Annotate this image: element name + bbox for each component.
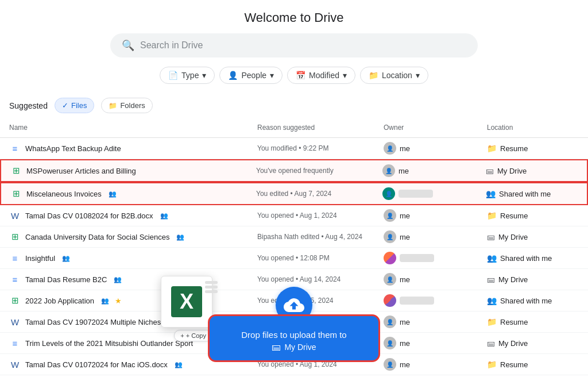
doc-icon: ≡ [9, 143, 21, 154]
file-name-cell: ⊞ Miscelaneous Invoices 👥 [10, 188, 256, 199]
owner-name: me [400, 275, 410, 284]
owner-name-blurred [400, 254, 434, 262]
file-name: Tamal Das Resume B2C [25, 275, 107, 284]
table-row[interactable]: ≡ Insightful 👥 You opened • 12:08 PM 👥 S… [0, 248, 588, 269]
owner-cell: 👤 me [384, 337, 487, 349]
location-name: Resume [500, 211, 528, 220]
table-row[interactable]: ⊞ Canada University Data for Social Scie… [0, 226, 588, 248]
drive-icon: 🖴 [486, 166, 494, 175]
drop-text: Drop files to upload them to [230, 330, 358, 340]
reason-cell: You modified • 9:22 PM [257, 144, 384, 152]
avatar: 👤 [382, 164, 395, 177]
avatar: 👤 [384, 337, 396, 349]
filter-row: 📄 Type ▾ 👤 People ▾ 📅 Modified ▾ 📁 Locat… [0, 67, 588, 84]
location-cell: 📁 Resume [487, 360, 579, 369]
tab-folders-label: Folders [120, 101, 145, 110]
file-name-cell: ⊞ MSPoweruser Articles and Billing [10, 165, 256, 176]
files-check-icon: ✓ [62, 101, 68, 110]
shared-icon: 👥 [175, 361, 183, 368]
owner-name-blurred [399, 190, 433, 198]
shared-icon: 👥 [109, 190, 117, 198]
owner-cell: 👤 me [384, 142, 487, 155]
file-name: Tamal Das CV 01072024 for Mac iOS.docx [25, 360, 168, 369]
file-name-cell: ⊞ Canada University Data for Social Scie… [9, 231, 257, 243]
owner-name: me [400, 339, 410, 348]
filter-type-label: Type [181, 71, 199, 80]
search-bar-container: 🔍 Search in Drive [0, 33, 588, 57]
file-name-cell: ≡ Tamal Das Resume B2C 👥 [9, 274, 257, 285]
location-name: Resume [500, 360, 528, 369]
doc-icon: ≡ [9, 337, 21, 349]
filter-location-btn[interactable]: 📁 Location ▾ [360, 67, 428, 84]
owner-name: me [399, 167, 409, 175]
drive-icon: 🖴 [487, 232, 495, 241]
owner-name: me [400, 318, 410, 326]
table-row[interactable]: ⊞ MSPoweruser Articles and Billing You'v… [0, 159, 588, 182]
search-bar[interactable]: 🔍 Search in Drive [110, 33, 478, 57]
page-title: Welcome to Drive [0, 0, 588, 33]
excel-drag-overlay: X + + Copy [161, 276, 212, 341]
file-name-cell: W Tamal Das CV 01082024 for B2B.docx 👥 [9, 210, 257, 221]
location-cell: 👥 Shared with me [487, 296, 579, 305]
owner-name: me [400, 211, 410, 220]
copy-plus-icon: + [180, 332, 184, 339]
tab-files[interactable]: ✓ Files [55, 98, 94, 113]
owner-name: me [400, 233, 410, 241]
location-name: Resume [500, 318, 528, 326]
tab-files-label: Files [71, 101, 87, 110]
filter-modified-label: Modified [309, 71, 339, 80]
cloud-upload-svg [284, 295, 304, 316]
col-location: Location [487, 121, 579, 134]
filter-type-btn[interactable]: 📄 Type ▾ [160, 67, 215, 84]
reason-cell: You've opened frequently [256, 167, 382, 175]
drive-label: My Drive [284, 343, 316, 352]
avatar [384, 252, 396, 264]
tab-folders[interactable]: 📁 Folders [101, 98, 152, 113]
location-name: My Drive [498, 233, 528, 241]
people-chevron-icon: ▾ [270, 71, 274, 80]
location-cell: 👥 Shared with me [487, 253, 579, 263]
folder-icon: 📁 [109, 102, 117, 110]
shared-loc-icon: 👥 [486, 189, 496, 198]
folder-icon: 📁 [487, 144, 497, 153]
table-row[interactable]: ⊞ Miscelaneous Invoices 👥 You edited • A… [0, 182, 588, 205]
file-name-cell: ≡ Insightful 👥 [9, 252, 257, 264]
owner-cell [384, 294, 487, 307]
owner-name: me [400, 144, 410, 153]
reason-cell: You opened • Aug 1, 2024 [257, 211, 384, 220]
people-icon: 👤 [228, 71, 238, 80]
sheets-icon: ⊞ [10, 165, 22, 176]
avatar: 👤 [384, 209, 396, 222]
table-row[interactable]: ≡ WhatsApp Text Backup Adite You modifie… [0, 138, 588, 159]
location-name: Shared with me [500, 297, 552, 305]
owner-cell: 👤 me [382, 164, 486, 177]
word-icon: W [9, 316, 21, 328]
owner-cell: 👤 me [384, 273, 487, 286]
location-cell: 🖴 My Drive [487, 338, 579, 348]
shared-icon: 👥 [62, 255, 70, 262]
location-chevron-icon: ▾ [416, 71, 420, 80]
reason-cell: You edited • Aug 7, 2024 [256, 190, 382, 198]
filter-location-label: Location [382, 71, 412, 80]
search-input-label[interactable]: Search in Drive [140, 40, 203, 51]
doc-icon: ≡ [9, 274, 21, 285]
shared-loc-icon: 👥 [487, 296, 497, 305]
copy-label: + Copy [186, 332, 206, 339]
location-name: Shared with me [500, 254, 552, 263]
drive-icon: 🖴 [487, 338, 495, 348]
filter-modified-btn[interactable]: 📅 Modified ▾ [287, 67, 355, 84]
drive-logo-icon: 🖴 [272, 342, 281, 352]
modified-chevron-icon: ▾ [343, 71, 347, 80]
sheets-icon: ⊞ [9, 295, 21, 306]
file-name: Insightful [25, 254, 55, 263]
filter-people-btn[interactable]: 👤 People ▾ [219, 67, 283, 84]
avatar: 👤 [384, 358, 396, 371]
avatar: 👤 [384, 142, 396, 155]
file-name: Canada University Data for Social Scienc… [25, 233, 169, 241]
suggested-row: Suggested ✓ Files 📁 Folders [0, 93, 588, 118]
table-row[interactable]: W Tamal Das CV 01082024 for B2B.docx 👥 Y… [0, 205, 588, 226]
owner-cell: 👤 me [384, 358, 487, 371]
location-cell: 🖴 My Drive [487, 275, 579, 284]
avatar: 👤 [382, 187, 395, 200]
folder-icon: 📁 [487, 360, 497, 369]
